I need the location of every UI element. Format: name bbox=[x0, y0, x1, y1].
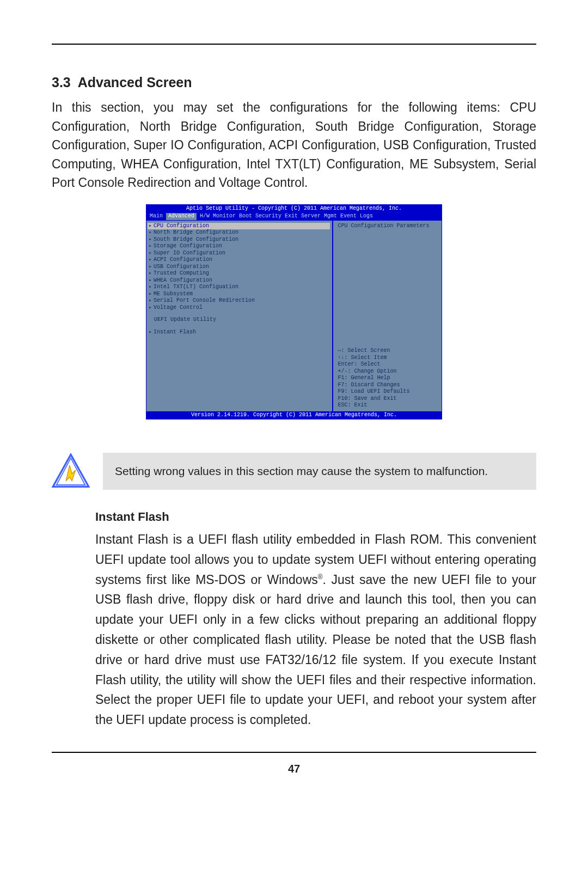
page: 3.3 Advanced Screen In this section, you… bbox=[0, 0, 588, 797]
bios-menu-label: ACPI Configuration bbox=[154, 257, 212, 263]
top-rule bbox=[52, 44, 536, 45]
submenu-icon: ▸ bbox=[149, 236, 152, 242]
bios-menu-whea[interactable]: ▸WHEA Configuration bbox=[149, 277, 330, 284]
submenu-icon: ▸ bbox=[149, 250, 152, 256]
bios-menu-label: CPU Configuration bbox=[154, 223, 209, 229]
bios-menu-label: Storage Configuration bbox=[154, 243, 222, 249]
submenu-icon: ▸ bbox=[149, 284, 152, 290]
bios-help-key: ↑↓: Select Item bbox=[338, 355, 439, 362]
bios-menu-acpi[interactable]: ▸ACPI Configuration bbox=[149, 257, 330, 264]
subsection: Instant Flash Instant Flash is a UEFI fl… bbox=[95, 510, 536, 730]
bios-tab-boot[interactable]: Boot bbox=[239, 213, 252, 220]
bios-menu-north-bridge[interactable]: ▸North Bridge Configuration bbox=[149, 229, 330, 236]
bios-help-key: F10: Save and Exit bbox=[338, 396, 439, 403]
bios-menu-voltage[interactable]: ▸Voltage Control bbox=[149, 305, 330, 312]
bios-help-key: ESC: Exit bbox=[338, 402, 439, 409]
bios-tab-exit[interactable]: Exit bbox=[285, 213, 298, 220]
bios-menu-label: Intel TXT(LT) Configuation bbox=[154, 284, 238, 290]
submenu-icon: ▸ bbox=[149, 257, 152, 263]
bios-menu-cpu[interactable]: ▸CPU Configuration bbox=[148, 223, 330, 230]
section-heading: Advanced Screen bbox=[78, 75, 192, 90]
bios-help-description: CPU Configuration Parameters bbox=[338, 223, 439, 230]
registered-symbol: ® bbox=[318, 573, 323, 581]
warning-text: Setting wrong values in this section may… bbox=[103, 453, 536, 490]
bios-menu-super-io[interactable]: ▸Super IO Configuration bbox=[149, 250, 330, 257]
warning-callout: Setting wrong values in this section may… bbox=[52, 452, 536, 490]
bios-menu-serial-console[interactable]: ▸Serial Port Console Redirection bbox=[149, 297, 330, 305]
bios-group-label: UEFI Update Utility bbox=[154, 317, 330, 324]
submenu-icon: ▸ bbox=[149, 305, 152, 311]
bios-menu-instant-flash[interactable]: ▸Instant Flash bbox=[149, 329, 330, 336]
submenu-icon: ▸ bbox=[149, 223, 152, 229]
bios-menu-me-subsystem[interactable]: ▸ME Subsystem bbox=[149, 291, 330, 298]
bios-menu-usb[interactable]: ▸USB Configuration bbox=[149, 264, 330, 271]
bios-menu-label: Instant Flash bbox=[154, 329, 196, 335]
bios-help-key: F9: Load UEFI Defaults bbox=[338, 388, 439, 396]
submenu-icon: ▸ bbox=[149, 277, 152, 283]
bios-menu-panel: ▸CPU Configuration ▸North Bridge Configu… bbox=[146, 221, 332, 411]
subsection-body-post: . Just save the new UEFI file to your US… bbox=[95, 573, 536, 727]
bios-help-key: +/-: Change Option bbox=[338, 368, 439, 375]
submenu-icon: ▸ bbox=[149, 291, 152, 297]
bios-help-key: Enter: Select bbox=[338, 361, 439, 368]
section-number: 3.3 bbox=[52, 75, 71, 90]
bios-tab-hwmonitor[interactable]: H/W Monitor bbox=[200, 213, 236, 220]
bios-tabbar: Main Advanced H/W Monitor Boot Security … bbox=[146, 212, 442, 221]
bios-menu-label: South Bridge Configuration bbox=[154, 236, 238, 242]
bios-help-key: ↔: Select Screen bbox=[338, 348, 439, 355]
bios-tab-advanced[interactable]: Advanced bbox=[166, 213, 197, 220]
submenu-icon: ▸ bbox=[149, 243, 152, 249]
bios-menu-label: Super IO Configuration bbox=[154, 250, 225, 256]
bios-menu-label: Trusted Computing bbox=[154, 270, 209, 276]
bios-help-key: F7: Discard Changes bbox=[338, 382, 439, 389]
bios-tab-event-logs[interactable]: Event Logs bbox=[340, 213, 373, 220]
bios-help-key: F1: General Help bbox=[338, 375, 439, 382]
bios-menu-label: ME Subsystem bbox=[154, 291, 193, 297]
bios-tab-main[interactable]: Main bbox=[150, 213, 163, 220]
bios-help-panel: CPU Configuration Parameters ↔: Select S… bbox=[332, 221, 442, 411]
submenu-icon: ▸ bbox=[149, 270, 152, 276]
bios-help-keys: ↔: Select Screen ↑↓: Select Item Enter: … bbox=[338, 348, 439, 409]
page-number: 47 bbox=[52, 763, 536, 775]
bios-header: Aptio Setup Utility - Copyright (C) 2011… bbox=[146, 205, 442, 213]
bios-footer: Version 2.14.1219. Copyright (C) 2011 Am… bbox=[146, 411, 442, 419]
submenu-icon: ▸ bbox=[149, 229, 152, 235]
bios-menu-label: USB Configuration bbox=[154, 264, 209, 270]
bios-tab-security[interactable]: Security bbox=[255, 213, 281, 220]
bios-body: ▸CPU Configuration ▸North Bridge Configu… bbox=[146, 221, 442, 411]
submenu-icon: ▸ bbox=[149, 297, 152, 303]
bios-tab-server-mgmt[interactable]: Server Mgmt bbox=[301, 213, 337, 220]
bios-menu-label: Serial Port Console Redirection bbox=[154, 297, 255, 303]
subsection-title: Instant Flash bbox=[95, 510, 536, 524]
bios-menu-label: North Bridge Configuration bbox=[154, 229, 238, 235]
bios-menu-intel-txt[interactable]: ▸Intel TXT(LT) Configuation bbox=[149, 284, 330, 291]
bios-menu-label: Voltage Control bbox=[154, 305, 203, 311]
bios-menu-south-bridge[interactable]: ▸South Bridge Configuration bbox=[149, 236, 330, 244]
bios-menu-label: WHEA Configuration bbox=[154, 277, 212, 283]
submenu-icon: ▸ bbox=[149, 329, 152, 335]
bios-menu-storage[interactable]: ▸Storage Configuration bbox=[149, 243, 330, 250]
bios-screenshot: Aptio Setup Utility - Copyright (C) 2011… bbox=[146, 204, 442, 420]
section-intro: In this section, you may set the configu… bbox=[52, 98, 536, 192]
bottom-rule bbox=[52, 752, 536, 753]
section-title: 3.3 Advanced Screen bbox=[52, 75, 536, 90]
bios-menu-trusted-computing[interactable]: ▸Trusted Computing bbox=[149, 270, 330, 277]
subsection-body: Instant Flash is a UEFI flash utility em… bbox=[95, 530, 536, 730]
warning-icon bbox=[52, 452, 90, 490]
submenu-icon: ▸ bbox=[149, 264, 152, 270]
